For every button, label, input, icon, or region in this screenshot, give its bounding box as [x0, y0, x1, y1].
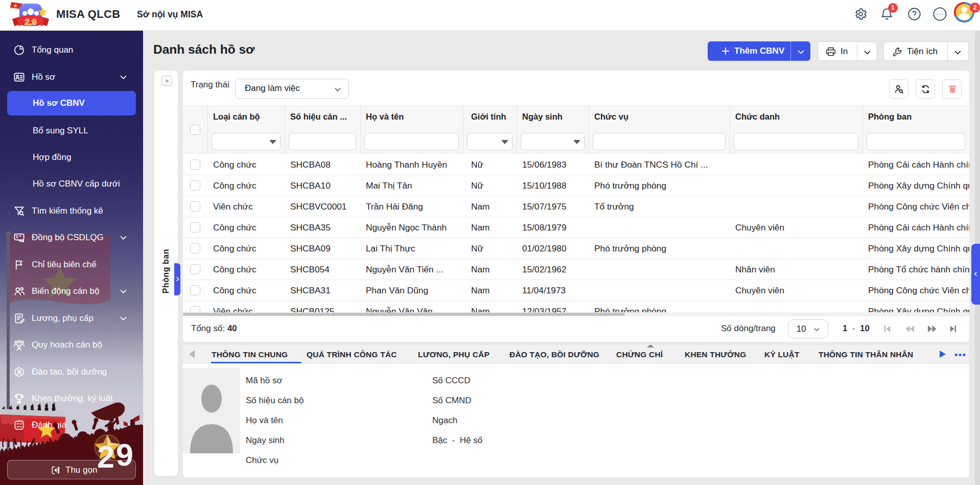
svg-text:2: 2	[97, 440, 114, 474]
svg-text:9: 9	[116, 437, 133, 472]
svg-text:2.9: 2.9	[25, 17, 37, 27]
